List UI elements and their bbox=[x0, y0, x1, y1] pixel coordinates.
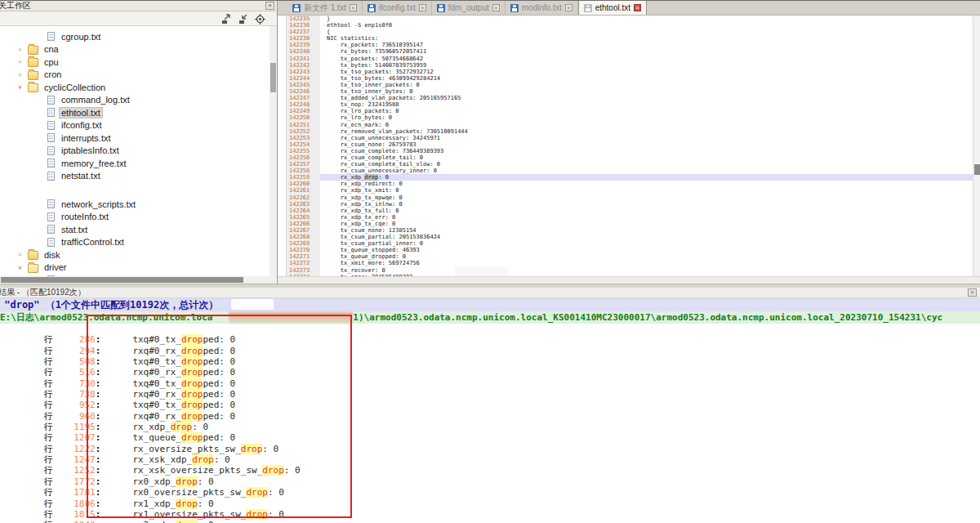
tree-item[interactable]: cpu bbox=[0, 56, 277, 69]
tab-close-icon[interactable] bbox=[492, 4, 500, 11]
editor-tab[interactable]: 新文件 1.txt bbox=[287, 1, 363, 15]
editor-line[interactable]: 142274 tx_cqes: 204596498793 bbox=[286, 274, 980, 276]
tree-item[interactable]: disk bbox=[0, 248, 277, 262]
editor-line[interactable]: 142242 tx_bytes: 514607839753959 bbox=[286, 62, 980, 69]
editor-line[interactable]: 142235 } bbox=[286, 16, 980, 22]
tree-item[interactable]: iptablesInfo.txt bbox=[0, 145, 277, 158]
row-label: 行 bbox=[33, 400, 53, 409]
tree-item[interactable]: command_log.txt bbox=[0, 94, 277, 107]
tree-vscroll-thumb[interactable] bbox=[270, 63, 276, 92]
editor-line[interactable]: 142254 rx_csum_none: 26759783 bbox=[286, 141, 980, 148]
tab-close-icon[interactable] bbox=[350, 4, 357, 11]
editor-body[interactable]: 142235 } 142236 ethtool -S enp1s0f0 1422… bbox=[278, 16, 980, 276]
line-text: rx_csum_complete_tail_slow: 0 bbox=[320, 161, 980, 168]
expand-all-icon[interactable] bbox=[220, 13, 231, 24]
editor-line[interactable]: 142269 tx_csum_partial_inner: 0 bbox=[286, 240, 980, 247]
editor-line[interactable]: 142262 rx_xdp_tx_mpwqe: 0 bbox=[286, 194, 980, 201]
tree-item[interactable] bbox=[0, 182, 277, 198]
match-highlight: drop bbox=[181, 346, 203, 356]
tree-item[interactable]: memory_free.txt bbox=[0, 157, 277, 170]
editor-line[interactable]: 142253 rx_csum_unnecessary: 34245971 bbox=[286, 135, 980, 141]
editor-vscroll-thumb[interactable] bbox=[974, 164, 980, 175]
editor-line[interactable]: 142266 rx_xdp_tx_cqe: 0 bbox=[286, 221, 980, 227]
editor-line[interactable]: 142250 rx_lro_bytes: 0 bbox=[286, 114, 980, 121]
locate-file-icon[interactable] bbox=[255, 13, 265, 24]
tree-item[interactable]: cgroup.txt bbox=[0, 30, 277, 43]
workspace-close-icon[interactable] bbox=[265, 2, 274, 10]
tree-horizontal-scrollbar[interactable] bbox=[0, 276, 277, 284]
editor-line[interactable]: 142260 rx_xdp_redirect: 0 bbox=[286, 181, 980, 187]
editor-line[interactable]: 142270 tx_queue_stopped: 46393 bbox=[286, 247, 980, 253]
editor-line[interactable]: 142237 { bbox=[286, 29, 980, 35]
line-text: rx_removed_vlan_packets: 736510091444 bbox=[320, 128, 980, 135]
editor-line[interactable]: 142240 rx_bytes: 735960572057411 bbox=[286, 48, 980, 55]
editor-line[interactable]: 142255 rx_csum_complete: 736449389393 bbox=[286, 148, 980, 154]
tree-item[interactable]: cyclicCollection bbox=[0, 81, 277, 94]
line-number: 142268 bbox=[286, 234, 320, 240]
tab-close-icon[interactable] bbox=[634, 4, 641, 11]
tree-item[interactable]: ifconfig.txt bbox=[0, 119, 277, 132]
results-close-icon[interactable] bbox=[968, 288, 977, 297]
tree-item[interactable]: stat.txt bbox=[0, 223, 277, 236]
editor-line[interactable]: 142248 tx_nop: 232419588 bbox=[286, 101, 980, 108]
editor-line[interactable]: 142263 rx_xdp_tx_inlnw: 0 bbox=[286, 201, 980, 208]
editor-line[interactable]: 142267 tx_csum_none: 12385154 bbox=[286, 227, 980, 234]
editor-line[interactable]: 142273 tx_recover: 0 bbox=[286, 267, 980, 274]
editor-line[interactable]: 142272 tx_xmit_more: 569724756 bbox=[286, 260, 980, 266]
tree-item[interactable]: interrupts.txt bbox=[0, 132, 277, 145]
chevron-icon[interactable] bbox=[18, 58, 26, 65]
editor-line[interactable]: 142238 NIC statistics: bbox=[286, 35, 980, 42]
tree-item[interactable]: ethtool.txt bbox=[0, 106, 277, 119]
tree-item[interactable]: driver bbox=[0, 262, 277, 275]
tree-item[interactable]: network_scripts.txt bbox=[0, 198, 277, 211]
editor-tab[interactable]: fdm_output bbox=[432, 1, 506, 15]
tree-vertical-scrollbar[interactable] bbox=[270, 26, 277, 284]
chevron-icon[interactable] bbox=[18, 83, 26, 91]
editor-line[interactable]: 142245 tx_tso_inner_packets: 0 bbox=[286, 82, 980, 88]
editor-tab[interactable]: modinfo.txt bbox=[506, 1, 578, 15]
tree-item[interactable]: netstat.txt bbox=[0, 170, 277, 183]
editor-line[interactable]: 142256 rx_csum_complete_tail: 0 bbox=[286, 154, 980, 161]
editor-line[interactable]: 142247 tx_added_vlan_packets: 2051659571… bbox=[286, 95, 980, 101]
editor-line[interactable]: 142246 tx_tso_inner_bytes: 0 bbox=[286, 88, 980, 95]
editor-line[interactable]: 142268 tx_csum_partial: 205153836424 bbox=[286, 234, 980, 240]
editor-line[interactable]: 142265 rx_xdp_tx_err: 0 bbox=[286, 214, 980, 221]
editor-line[interactable]: 142249 rx_lro_packets: 0 bbox=[286, 108, 980, 114]
tree-item[interactable]: trafficControl.txt bbox=[0, 236, 277, 249]
collapse-all-icon[interactable] bbox=[238, 13, 248, 24]
match-text: rx_oversize_pkts_sw_drop: 0 bbox=[132, 444, 278, 454]
chevron-icon[interactable] bbox=[18, 71, 26, 78]
editor-vertical-scrollbar[interactable] bbox=[973, 16, 980, 276]
results-file-path[interactable]: E:\日志\armod0523.odata.ncmp.unicom.locaar… bbox=[0, 311, 980, 324]
tree-item[interactable]: cna bbox=[0, 43, 277, 56]
editor-tab[interactable]: ifconfig.txt bbox=[363, 1, 432, 15]
editor-line[interactable]: 142243 tx_tso_packets: 35272932712 bbox=[286, 69, 980, 75]
tree-item-label: interrupts.txt bbox=[60, 133, 113, 143]
match-row[interactable]: 行286:txq#0_tx_dropped: 0 bbox=[0, 324, 980, 334]
tab-bar: 新文件 1.txt ifconfig.txt fdm_output modinf… bbox=[278, 1, 980, 16]
editor-line[interactable]: 142259 rx_xdp_drop: 0 bbox=[286, 174, 980, 181]
editor-line[interactable]: 142257 rx_csum_complete_tail_slow: 0 bbox=[286, 161, 980, 168]
tree-item[interactable]: cron bbox=[0, 69, 277, 82]
chevron-icon[interactable] bbox=[18, 264, 26, 271]
editor-line[interactable]: 142261 rx_xdp_tx_xmit: 0 bbox=[286, 187, 980, 194]
editor-line[interactable]: 142264 rx_xdp_tx_full: 0 bbox=[286, 208, 980, 214]
editor-line[interactable]: 142258 rx_csum_unnecessary_inner: 0 bbox=[286, 168, 980, 174]
editor-tab[interactable]: ethtool.txt bbox=[578, 1, 647, 15]
editor-line[interactable]: 142244 tx_tso_bytes: 463099429284214 bbox=[286, 75, 980, 82]
editor-line[interactable]: 142252 rx_removed_vlan_packets: 73651009… bbox=[286, 128, 980, 135]
match-highlight: drop bbox=[181, 389, 203, 400]
editor-line[interactable]: 142271 tx_queue_dropped: 0 bbox=[286, 253, 980, 260]
tab-close-icon[interactable] bbox=[565, 4, 572, 11]
chevron-icon[interactable] bbox=[18, 251, 26, 258]
chevron-icon[interactable] bbox=[18, 46, 26, 53]
editor-line[interactable]: 142239 rx_packets: 736510395147 bbox=[286, 42, 980, 48]
match-text: txq#0_tx_dropped: 0 bbox=[132, 378, 235, 389]
editor-line[interactable]: 142236 ethtool -S enp1s0f0 bbox=[286, 22, 980, 29]
editor-horizontal-scrollbar[interactable] bbox=[278, 276, 980, 284]
tree-item[interactable]: routeInfo.txt bbox=[0, 211, 277, 224]
tab-close-icon[interactable] bbox=[419, 4, 426, 11]
tree-hscroll-thumb[interactable] bbox=[1, 277, 243, 283]
editor-line[interactable]: 142241 tx_packets: 507354668642 bbox=[286, 56, 980, 62]
editor-line[interactable]: 142251 rx_ecn_mark: 0 bbox=[286, 122, 980, 128]
